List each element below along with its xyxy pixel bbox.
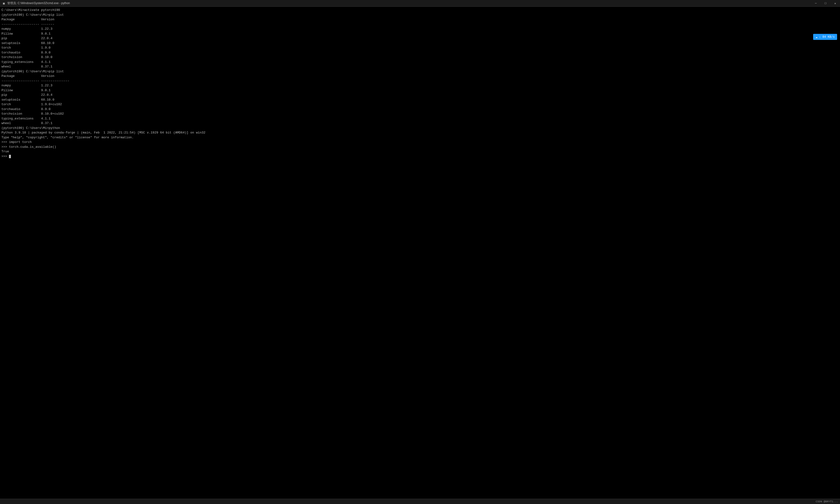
- terminal-line: typing_extensions 4.1.1: [1, 60, 839, 65]
- terminal-line: C:\Users\Mi>activate pytorch190: [1, 8, 839, 13]
- window-controls: ─ □ ✕: [811, 0, 840, 7]
- taskbar: CSDN @BRYT1...: [0, 499, 840, 504]
- terminal-line: torch 1.9.0: [1, 46, 839, 50]
- close-button[interactable]: ✕: [830, 0, 840, 7]
- download-speed: ↓ 84 KB/s: [819, 35, 835, 39]
- terminal-line: typing_extensions 4.1.1: [1, 116, 839, 121]
- cmd-window: ▣ 管理员: C:\Windows\System32\cmd.exe - pyt…: [0, 0, 840, 504]
- terminal-line: wheel 0.37.1: [1, 121, 839, 126]
- terminal-line: wheel 0.37.1: [1, 64, 839, 69]
- terminal-line: >>>: [1, 154, 839, 159]
- title-bar: ▣ 管理员: C:\Windows\System32\cmd.exe - pyt…: [0, 0, 840, 7]
- terminal-line: True: [1, 149, 839, 154]
- terminal-line: pip 22.0.4: [1, 36, 839, 41]
- maximize-button[interactable]: □: [821, 0, 830, 7]
- terminal-line: Pillow 9.0.1: [1, 32, 839, 36]
- terminal-body[interactable]: C:\Users\Mi>activate pytorch190(pytorch1…: [0, 7, 840, 499]
- cursor: [9, 155, 11, 158]
- terminal-line: -------------------- ---------------: [1, 78, 839, 84]
- terminal-line: torchvision 0.10.0: [1, 55, 839, 60]
- minimize-button[interactable]: ─: [811, 0, 821, 7]
- download-badge: ☁ ↓ 84 KB/s: [813, 34, 837, 40]
- terminal-line: setuptools 60.10.0: [1, 41, 839, 46]
- cloud-icon: ☁: [816, 35, 818, 39]
- taskbar-text: CSDN @BRYT1...: [816, 500, 838, 503]
- terminal-line: >>> import torch: [1, 140, 839, 145]
- terminal-line: Package Version: [1, 17, 839, 22]
- terminal-line: Python 3.9.10 | packaged by conda-forge …: [1, 130, 839, 135]
- terminal-line: -------------------- -------: [1, 22, 839, 27]
- terminal-line: (pytorch190) C:\Users\Mi>pip list: [1, 69, 839, 74]
- terminal-line: numpy 1.22.3: [1, 26, 839, 32]
- terminal-line: (pytorch190) C:\Users\Mi>pip list: [1, 13, 839, 17]
- terminal-line: torchaudio 0.9.0: [1, 50, 839, 55]
- terminal-line: Pillow 9.0.1: [1, 88, 839, 93]
- terminal-line: torchaudio 0.9.0: [1, 107, 839, 112]
- terminal-line: torch 1.9.0+cu102: [1, 102, 839, 107]
- terminal-line: Package Version: [1, 74, 839, 78]
- terminal-content: C:\Users\Mi>activate pytorch190(pytorch1…: [1, 8, 839, 159]
- terminal-line: Type "help", "copyright", "credits" or "…: [1, 135, 839, 140]
- terminal-line: (pytorch190) C:\Users\Mi>python: [1, 126, 839, 131]
- terminal-line: >>> torch.cuda.is_available(): [1, 145, 839, 149]
- terminal-line: numpy 1.22.3: [1, 83, 839, 88]
- terminal-line: torchvision 0.10.0+cu102: [1, 111, 839, 116]
- terminal-line: setuptools 60.10.0: [1, 97, 839, 102]
- window-icon: ▣: [2, 1, 6, 5]
- window-title: 管理员: C:\Windows\System32\cmd.exe - pytho…: [7, 1, 70, 5]
- terminal-line: pip 22.0.4: [1, 93, 839, 97]
